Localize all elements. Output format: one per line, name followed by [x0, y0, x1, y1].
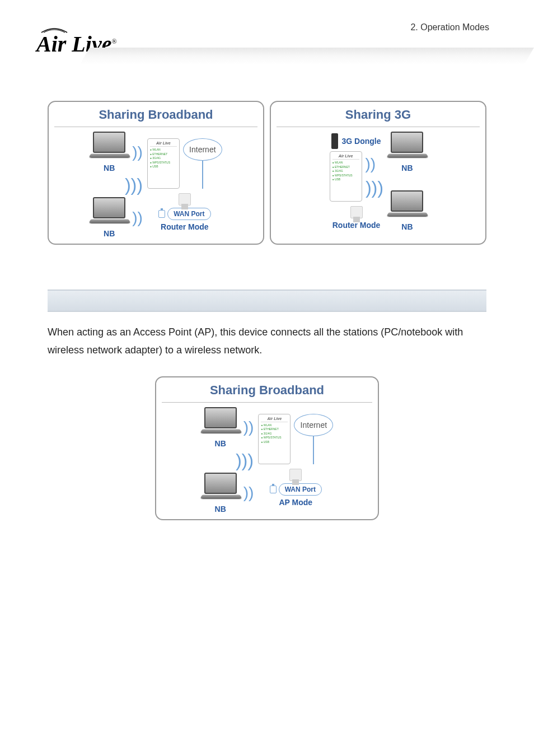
internet-cloud-icon: Internet	[183, 138, 222, 161]
nb-label: NB	[201, 505, 240, 514]
dongle-label: 3G Dongle	[341, 137, 381, 146]
wifi-signal-icon: (((	[236, 451, 254, 469]
nb-label: NB	[387, 222, 427, 231]
router-device-icon: Air Live ● WLAN● ETHERNET● 3G/4G● WPS/ST…	[258, 414, 291, 464]
diagram-title: Sharing 3G	[277, 105, 480, 127]
mode-label: AP Mode	[279, 498, 313, 507]
internet-cloud-icon: Internet	[294, 414, 333, 436]
dongle-icon	[331, 133, 338, 149]
wifi-signal-icon: ))	[366, 156, 383, 172]
wifi-signal-icon: ))	[132, 210, 143, 226]
laptop-icon	[201, 407, 240, 438]
wifi-signal-icon: ))	[132, 144, 143, 160]
wifi-signal-icon: (((	[125, 176, 143, 194]
power-plug-icon	[179, 193, 191, 206]
wan-port-label: WAN Port	[279, 483, 322, 496]
nb-label: NB	[90, 164, 129, 172]
wan-port-label: WAN Port	[167, 208, 210, 220]
header-divider	[80, 48, 534, 64]
breadcrumb: 2. Operation Modes	[410, 22, 489, 32]
power-plug-icon	[289, 469, 302, 481]
laptop-icon	[90, 197, 129, 228]
nb-label: NB	[201, 439, 240, 448]
diagram-sharing-3g: Sharing 3G 3G Dongle Air Live ● WLAN● ET…	[270, 101, 486, 245]
diagram-title: Sharing Broadband	[54, 105, 257, 127]
section-divider-bar	[48, 290, 486, 312]
laptop-icon	[201, 473, 240, 503]
mode-label: Router Mode	[161, 222, 209, 231]
diagram-title: Sharing Broadband	[162, 381, 372, 403]
router-device-icon: Air Live ● WLAN● ETHERNET● 3G/4G● WPS/ST…	[147, 138, 180, 189]
power-plug-icon	[350, 206, 363, 218]
nb-label: NB	[90, 229, 129, 238]
laptop-icon	[387, 190, 427, 221]
laptop-icon	[90, 132, 129, 162]
body-paragraph: When acting as an Access Point (AP), thi…	[48, 323, 486, 360]
diagram-ap-mode: Sharing Broadband NB )) (((	[155, 376, 379, 520]
router-device-icon: Air Live ● WLAN● ETHERNET● 3G/4G● WPS/ST…	[330, 151, 362, 202]
wifi-signal-icon: ))	[243, 419, 254, 435]
wifi-signal-icon: (((	[366, 179, 383, 197]
laptop-icon	[387, 132, 427, 162]
ethernet-icon	[158, 210, 165, 218]
wifi-signal-icon: ))	[243, 485, 254, 501]
ethernet-icon	[270, 486, 277, 493]
nb-label: NB	[387, 164, 427, 172]
diagram-sharing-broadband: Sharing Broadband NB )) (((	[48, 101, 264, 245]
